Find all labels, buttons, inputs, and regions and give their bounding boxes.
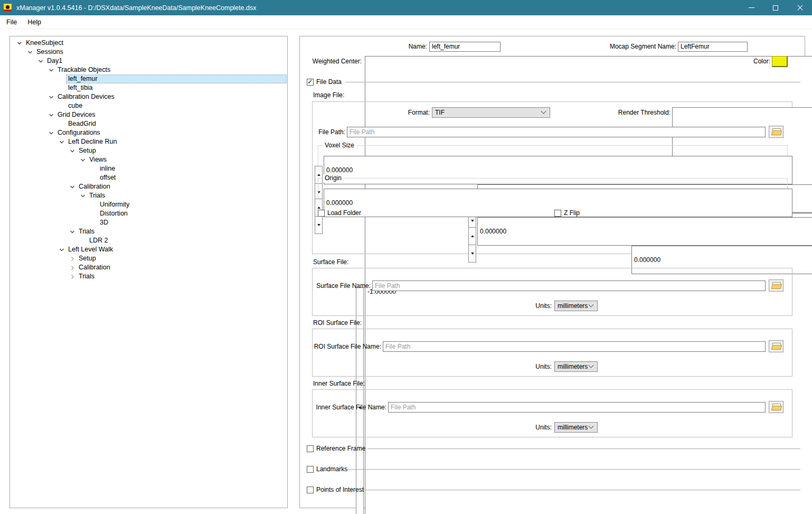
- tree-expanded-chevron-icon[interactable]: [78, 157, 88, 163]
- tree-item-left-decline-run[interactable]: Left Decline Run: [11, 137, 286, 146]
- tree-item-label[interactable]: Setup: [77, 255, 98, 263]
- tree-item-label[interactable]: Calibration: [77, 183, 112, 191]
- tree-item-trials[interactable]: Trials: [11, 227, 286, 236]
- minimize-button[interactable]: [739, 0, 763, 15]
- tree-item-views[interactable]: Views: [11, 155, 286, 164]
- tree-item-left-level-walk[interactable]: Left Level Walk: [11, 245, 286, 254]
- tree-expanded-chevron-icon[interactable]: [36, 59, 45, 64]
- tree-item-label[interactable]: offset: [98, 174, 117, 182]
- tree-item-label[interactable]: BeadGrid: [67, 120, 98, 128]
- tree-item-grid-devices[interactable]: Grid Devices: [11, 110, 286, 119]
- inner-surface-file-name-input[interactable]: [388, 402, 766, 413]
- roi-surface-file-browse-button[interactable]: [769, 340, 783, 352]
- color-swatch[interactable]: [772, 56, 788, 67]
- tree-item-label[interactable]: Sessions: [35, 48, 65, 56]
- tree-item-calibration-devices[interactable]: Calibration Devices: [11, 92, 286, 101]
- tree-expanded-chevron-icon[interactable]: [46, 113, 56, 118]
- tree-item-day1[interactable]: Day1: [11, 57, 286, 66]
- tree-item-3d[interactable]: 3D: [11, 218, 286, 227]
- maximize-button[interactable]: [763, 0, 788, 15]
- inner-surface-file-browse-button[interactable]: [769, 401, 783, 413]
- tree-expanded-chevron-icon[interactable]: [68, 148, 77, 154]
- surface-file-browse-button[interactable]: [769, 279, 783, 292]
- format-dropdown[interactable]: TIF: [432, 107, 550, 118]
- tree-item-distortion[interactable]: Distortion: [11, 209, 286, 218]
- file-data-checkbox[interactable]: [307, 79, 314, 86]
- tree-item-inline[interactable]: inline: [11, 164, 286, 173]
- tree-item-label[interactable]: Views: [88, 156, 108, 164]
- tree-item-trials[interactable]: Trials: [11, 272, 286, 281]
- tree-item-label[interactable]: Grid Devices: [56, 111, 97, 119]
- z-flip-checkbox[interactable]: [554, 210, 561, 217]
- tree-item-label[interactable]: Trials: [77, 228, 96, 236]
- tree-item-label[interactable]: left_femur: [67, 75, 286, 83]
- tree-item-kneesubject[interactable]: KneeSubject: [11, 39, 286, 48]
- reference-frame-checkbox[interactable]: [307, 445, 314, 452]
- tree-expanded-chevron-icon[interactable]: [68, 184, 77, 190]
- load-folder-checkbox[interactable]: [318, 210, 325, 217]
- tree-item-label[interactable]: cube: [67, 102, 84, 110]
- tree-item-label[interactable]: KneeSubject: [24, 39, 65, 47]
- tree-item-label[interactable]: Trials: [77, 273, 96, 281]
- close-button[interactable]: [788, 0, 812, 15]
- tree-item-trackable-objects[interactable]: Trackable Objects: [11, 66, 286, 74]
- tree-expanded-chevron-icon[interactable]: [57, 139, 67, 145]
- spinner-icon[interactable]: [468, 227, 476, 263]
- tree-expanded-chevron-icon[interactable]: [68, 229, 77, 235]
- tree-item-label[interactable]: Trials: [88, 192, 107, 200]
- roi-units-dropdown[interactable]: millimeters: [554, 361, 598, 372]
- tree-item-label[interactable]: Left Level Walk: [67, 246, 115, 254]
- tree-item-offset[interactable]: offset: [11, 173, 286, 182]
- tree-collapsed-chevron-icon[interactable]: [68, 274, 77, 279]
- tree-item-left-tibia[interactable]: left_tibia: [11, 83, 286, 92]
- tree-item-setup[interactable]: Setup: [11, 146, 286, 155]
- tree-item-left-femur[interactable]: left_femur: [11, 74, 286, 83]
- origin-y-input[interactable]: [477, 217, 812, 246]
- tree-expanded-chevron-icon[interactable]: [46, 95, 56, 100]
- tree-item-setup[interactable]: Setup: [11, 254, 286, 263]
- file-path-input[interactable]: [347, 127, 766, 137]
- tree-item-label[interactable]: LDR 2: [88, 237, 109, 245]
- tree-collapsed-chevron-icon[interactable]: [68, 256, 77, 261]
- tree-item-trials[interactable]: Trials: [11, 191, 286, 200]
- roi-surface-file-name-input[interactable]: [383, 341, 766, 352]
- file-path-browse-button[interactable]: [769, 126, 783, 138]
- mocap-segment-name-input[interactable]: [678, 42, 748, 52]
- name-input[interactable]: [429, 42, 501, 52]
- tree-expanded-chevron-icon[interactable]: [78, 193, 88, 199]
- tree-collapsed-chevron-icon[interactable]: [68, 265, 77, 270]
- origin-caption: Origin: [323, 174, 344, 182]
- tree-item-beadgrid[interactable]: BeadGrid: [11, 119, 286, 128]
- tree-item-ldr-2[interactable]: LDR 2: [11, 236, 286, 245]
- tree-expanded-chevron-icon[interactable]: [57, 247, 67, 253]
- tree-item-label[interactable]: Trackable Objects: [56, 66, 112, 74]
- tree-expanded-chevron-icon[interactable]: [25, 50, 35, 55]
- tree-item-label[interactable]: Distortion: [98, 210, 129, 218]
- tree-item-cube[interactable]: cube: [11, 101, 286, 110]
- menu-file[interactable]: File: [1, 16, 22, 28]
- tree-item-label[interactable]: Uniformity: [98, 201, 131, 209]
- tree-item-label[interactable]: Calibration: [77, 264, 112, 272]
- tree-item-label[interactable]: Calibration Devices: [56, 93, 116, 101]
- tree-item-sessions[interactable]: Sessions: [11, 48, 286, 57]
- tree-expanded-chevron-icon[interactable]: [15, 41, 24, 46]
- tree-item-label[interactable]: Configurations: [56, 129, 102, 137]
- tree-item-calibration[interactable]: Calibration: [11, 182, 286, 191]
- landmarks-checkbox[interactable]: [307, 466, 314, 473]
- tree-item-label[interactable]: Setup: [77, 147, 98, 155]
- inner-units-dropdown[interactable]: millimeters: [554, 422, 598, 433]
- surface-file-name-input[interactable]: [372, 281, 766, 291]
- surface-units-dropdown[interactable]: millimeters: [554, 301, 598, 311]
- tree-item-uniformity[interactable]: Uniformity: [11, 200, 286, 209]
- tree-item-label[interactable]: Day1: [45, 57, 64, 65]
- tree-expanded-chevron-icon[interactable]: [46, 130, 56, 136]
- tree-item-label[interactable]: inline: [98, 165, 117, 173]
- menu-help[interactable]: Help: [22, 16, 46, 28]
- tree-expanded-chevron-icon[interactable]: [46, 68, 56, 73]
- points-of-interest-checkbox[interactable]: [307, 487, 314, 493]
- tree-item-label[interactable]: 3D: [98, 219, 110, 227]
- tree-item-configurations[interactable]: Configurations: [11, 128, 286, 137]
- tree-item-calibration[interactable]: Calibration: [11, 263, 286, 272]
- tree-item-label[interactable]: left_tibia: [67, 84, 95, 92]
- tree-item-label[interactable]: Left Decline Run: [67, 138, 118, 146]
